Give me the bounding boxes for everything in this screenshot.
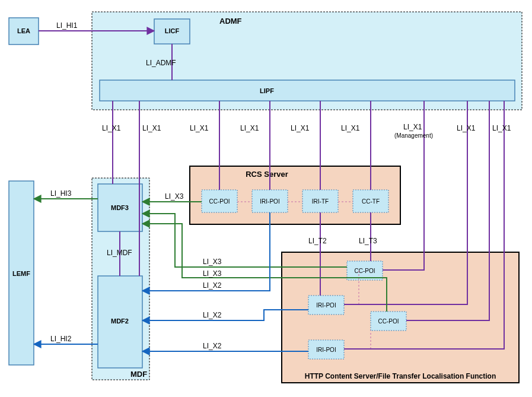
li-x1-7-labelb: (Management)	[394, 132, 433, 139]
mdf-title: MDF	[130, 370, 147, 379]
rcs-cc-poi-label: CC-POI	[209, 198, 230, 205]
li-x1-3-label: LI_X1	[190, 124, 209, 132]
rcs-title: RCS Server	[246, 170, 288, 179]
li-x1-8-label: LI_X1	[457, 124, 476, 132]
http-title: HTTP Content Server/File Transfer Locali…	[305, 372, 496, 380]
http-iri-poi-2-label: IRI-POI	[316, 347, 336, 353]
li-x3-1-label: LI_X3	[165, 192, 184, 201]
li-x2-2-label: LI_X2	[203, 311, 222, 319]
li-x1-910-label: LI_X1	[492, 124, 511, 132]
li-x1-4-label: LI_X1	[240, 124, 259, 132]
li-x3-2-label: LI_X3	[203, 258, 222, 266]
mdf3-label: MDF3	[111, 204, 129, 211]
lea-label: LEA	[17, 27, 30, 34]
lipf-label: LIPF	[260, 87, 274, 94]
li-hi2-label: LI_HI2	[50, 335, 72, 343]
li-mdf-label: LI_MDF	[107, 249, 132, 257]
li-x1-6-label: LI_X1	[341, 124, 360, 132]
li-hi1-label: LI_HI1	[56, 21, 78, 30]
li-hi3-label: LI_HI3	[50, 189, 72, 198]
http-cc-poi-2-label: CC-POI	[378, 318, 399, 325]
li-t2-label: LI_T2	[308, 237, 327, 245]
http-iri-poi-1-label: IRI-POI	[316, 302, 336, 309]
li-x1-1-label: LI_X1	[102, 124, 121, 132]
http-cc-poi-1-label: CC-POI	[355, 268, 375, 274]
li-x1-2-label: LI_X1	[142, 124, 161, 132]
admf-title: ADMF	[219, 17, 242, 26]
rcs-cc-tf-label: CC-TF	[362, 198, 380, 205]
li-x3-3-label: LI_X3	[203, 269, 222, 278]
li-t3-label: LI_T3	[359, 237, 377, 245]
rcs-iri-poi-label: IRI-POI	[260, 198, 279, 205]
li-x1-7-labela: LI_X1	[403, 123, 422, 131]
li-x2-3-label: LI_X2	[203, 342, 222, 350]
li-x2-1-label: LI_X2	[203, 281, 222, 290]
rcs-iri-tf-label: IRI-TF	[312, 198, 329, 205]
licf-label: LICF	[165, 27, 180, 34]
mdf2-label: MDF2	[111, 317, 129, 325]
lemf-label: LEMF	[12, 270, 30, 277]
li-x1-5-label: LI_X1	[291, 124, 310, 132]
li-admf-label: LI_ADMF	[146, 59, 176, 67]
lipf-box	[100, 80, 515, 101]
